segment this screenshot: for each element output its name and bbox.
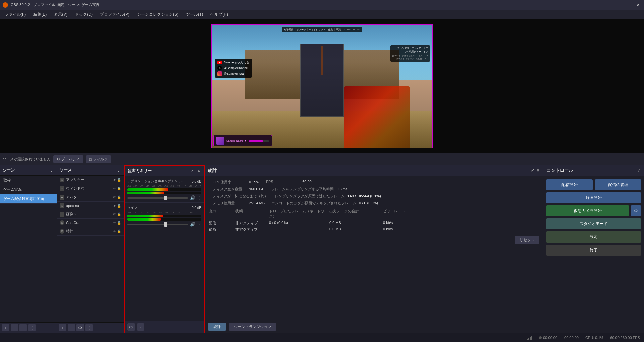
audio-scale-app: -60-55-50-45-40-35-30-25-20-15-10-50 bbox=[127, 185, 201, 187]
social-instagram: @SampleInsta bbox=[217, 71, 249, 76]
scene-more-button[interactable]: ⋮ bbox=[28, 324, 36, 331]
source-more-button[interactable]: ⋮ bbox=[85, 324, 93, 331]
minimize-button[interactable]: ─ bbox=[619, 2, 625, 8]
audio-close-icon[interactable]: ✕ bbox=[196, 168, 201, 174]
exit-button[interactable]: 終了 bbox=[546, 245, 641, 256]
stats-expand-button[interactable]: ⤢ bbox=[531, 168, 534, 173]
control-header: コントロール ⤢ bbox=[543, 165, 644, 176]
source-item-apex[interactable]: A apex na 👁 🔒 bbox=[57, 202, 124, 210]
control-buttons: 配信開始 配信の管理 録画開始 仮想カメラ開始 ⚙ スタジオモード 設定 終了 bbox=[543, 176, 644, 258]
tab-scene-transition[interactable]: シーントランジション bbox=[229, 323, 276, 331]
source-lock-icon4[interactable]: 🔒 bbox=[117, 204, 121, 208]
scene-item-utabox[interactable]: 歌枠 bbox=[0, 176, 57, 185]
source-lock-icon6[interactable]: 🔒 bbox=[117, 221, 121, 225]
virtual-cam-gear-button[interactable]: ⚙ bbox=[631, 205, 641, 216]
stats-th-total: 出力データの合計 bbox=[329, 209, 383, 219]
studio-mode-button[interactable]: スタジオモード bbox=[546, 218, 641, 229]
menu-view[interactable]: 表示(V) bbox=[51, 11, 71, 18]
source-edit-icon[interactable]: ✏ bbox=[113, 187, 116, 190]
menu-help[interactable]: ヘルプ(H) bbox=[207, 11, 231, 18]
source-eye-icon[interactable]: 👁 bbox=[113, 178, 116, 182]
stats-disk-label: ディスク空き容量 bbox=[213, 187, 246, 192]
menu-profile[interactable]: プロファイル(P) bbox=[97, 11, 133, 18]
maximize-button[interactable]: □ bbox=[627, 2, 633, 8]
properties-button[interactable]: ⚙ プロパティ bbox=[53, 155, 83, 163]
virtual-cam-button[interactable]: 仮想カメラ開始 bbox=[546, 205, 629, 216]
source-eye-icon2[interactable]: 👁 bbox=[113, 195, 116, 199]
hud-char-icon bbox=[216, 137, 224, 145]
source-edit-icon2[interactable]: ✏ bbox=[113, 221, 116, 225]
hud-health-bar bbox=[249, 140, 263, 142]
audio-expand-icon[interactable]: ⤢ bbox=[189, 168, 195, 174]
source-item-image2[interactable]: I 画像 2 👁 🔒 bbox=[57, 210, 124, 219]
source-eye-icon4[interactable]: 👁 bbox=[113, 212, 116, 216]
properties-label: プロパティ bbox=[61, 157, 80, 162]
stats-close-button[interactable]: ✕ bbox=[536, 168, 540, 173]
source-item-avatar[interactable]: A アバター 👁 🔒 bbox=[57, 193, 124, 202]
source-eye-icon3[interactable]: 👁 bbox=[113, 204, 116, 208]
menu-edit[interactable]: 編集(E) bbox=[30, 11, 50, 18]
source-item-clock[interactable]: C 時計 ✏ 🔒 bbox=[57, 227, 124, 236]
source-item-window[interactable]: W ウィンドウ ✏ 🔒 bbox=[57, 184, 124, 193]
audio-speaker-icon-mic[interactable]: 🔊 bbox=[190, 222, 195, 227]
scene-item-game[interactable]: ゲーム実況 bbox=[0, 185, 57, 194]
source-edit-icon3[interactable]: ✏ bbox=[113, 229, 116, 233]
scene-remove-button[interactable]: − bbox=[11, 324, 18, 331]
source-lock-icon[interactable]: 🔒 bbox=[117, 178, 121, 182]
audio-more-btn-app[interactable]: ⋮ bbox=[197, 195, 201, 200]
source-lock-icon3[interactable]: 🔒 bbox=[117, 195, 121, 199]
source-lock-icon2[interactable]: 🔒 bbox=[117, 187, 121, 190]
source-item-app[interactable]: A アプリケー 👁 🔒 bbox=[57, 176, 124, 184]
status-dot-item1: 00:00:00 bbox=[539, 336, 557, 340]
source-menu-icon[interactable]: ⋮ bbox=[116, 168, 121, 173]
window-controls: ─ □ ✕ bbox=[619, 2, 641, 8]
filter-label: フィルタ bbox=[93, 157, 108, 162]
source-add-button[interactable]: + bbox=[59, 324, 66, 331]
source-lock-icon7[interactable]: 🔒 bbox=[117, 229, 121, 233]
record-start-button[interactable]: 録画開始 bbox=[546, 192, 641, 203]
stats-stream-status: 非アクティブ bbox=[235, 221, 269, 226]
stream-start-button[interactable]: 配信開始 bbox=[546, 179, 593, 190]
source-settings-button[interactable]: ⚙ bbox=[76, 324, 84, 331]
stats-fps-value: 60.00 bbox=[302, 180, 312, 184]
menu-dock[interactable]: ドック(D) bbox=[71, 11, 96, 18]
stats-reset-button[interactable]: リセット bbox=[515, 236, 539, 244]
audio-fader-app[interactable] bbox=[127, 197, 188, 199]
source-controls-castcra: ✏ 🔒 bbox=[113, 221, 121, 225]
source-bottom-bar: + − ⚙ ⋮ bbox=[57, 322, 124, 333]
social-youtube: ▶ Sampleちゃんねる bbox=[217, 60, 249, 65]
audio-speaker-icon-app[interactable]: 🔊 bbox=[190, 195, 195, 200]
audio-fader-mic[interactable] bbox=[127, 224, 188, 225]
tab-stats[interactable]: 統計 bbox=[208, 323, 226, 331]
close-button[interactable]: ✕ bbox=[635, 2, 641, 8]
audio-more-btn-mic[interactable]: ⋮ bbox=[197, 222, 201, 227]
stats-render-value: 0.3 ms bbox=[336, 187, 347, 191]
source-remove-button[interactable]: − bbox=[68, 324, 75, 331]
scene-add-button[interactable]: + bbox=[2, 324, 9, 331]
source-item-castcra[interactable]: C CastCra ✏ 🔒 bbox=[57, 219, 124, 227]
menu-file[interactable]: ファイル(F) bbox=[1, 11, 29, 18]
gear-icon: ⚙ bbox=[57, 157, 60, 161]
stats-bottom-bar: 統計 シーントランジション bbox=[205, 321, 543, 333]
source-type-win-icon: W bbox=[60, 186, 64, 191]
audio-gear-button[interactable]: ⚙ bbox=[127, 323, 135, 331]
control-expand-button[interactable]: ⤢ bbox=[637, 168, 641, 173]
audio-meter-fill-mic-1 bbox=[127, 215, 163, 217]
audio-meter-app-1 bbox=[127, 188, 201, 191]
source-lock-icon5[interactable]: 🔒 bbox=[117, 212, 121, 216]
stats-output-table: 出力 状態 ドロップしたフレーム（ネットワーク） 出力データの合計 ビットレート… bbox=[205, 207, 543, 235]
instagram-text: @SampleInsta bbox=[224, 72, 244, 75]
stream-manage-button[interactable]: 配信の管理 bbox=[595, 179, 641, 190]
source-controls-avatar: 👁 🔒 bbox=[113, 195, 121, 199]
source-controls-app: 👁 🔒 bbox=[113, 178, 121, 182]
menu-tools[interactable]: ツール(T) bbox=[182, 11, 206, 18]
filter-button[interactable]: □ フィルタ bbox=[86, 155, 111, 163]
menu-scene-collection[interactable]: シーンコレクション(S) bbox=[133, 11, 182, 18]
scene-filter-button[interactable]: □ bbox=[19, 324, 27, 331]
scene-item-game-recording[interactable]: ゲーム配信録画専用画面 bbox=[0, 194, 57, 204]
audio-menu-button[interactable]: ⋮ bbox=[137, 323, 144, 331]
status-signal bbox=[527, 336, 532, 340]
settings-button[interactable]: 設定 bbox=[546, 231, 641, 243]
stats-render-label: フレームをレンダリングする平均時間 bbox=[271, 187, 334, 192]
scene-menu-icon[interactable]: ⋮ bbox=[49, 168, 54, 173]
